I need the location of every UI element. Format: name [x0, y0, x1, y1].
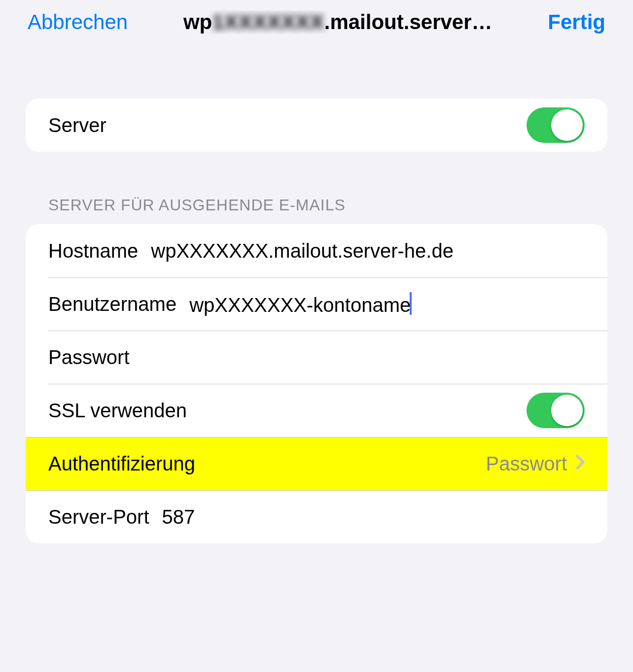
ssl-row: SSL verwenden	[26, 384, 607, 437]
username-row: Benutzername wpXXXXXXX-kontoname	[26, 277, 607, 331]
server-group: Server	[26, 99, 607, 152]
nav-title-blurred: 1XXXXXXX	[212, 10, 324, 34]
password-row: Passwort	[26, 331, 607, 384]
port-row: Server-Port	[26, 490, 607, 543]
nav-title-suffix: .mailout.server…	[324, 10, 492, 34]
authentication-value: Passwort	[486, 453, 567, 475]
done-button[interactable]: Fertig	[548, 10, 605, 34]
username-label: Benutzername	[48, 293, 176, 315]
ssl-toggle[interactable]	[527, 393, 585, 428]
chevron-right-icon	[576, 455, 585, 472]
nav-title: wp1XXXXXXX.mailout.server…	[128, 10, 548, 34]
password-input[interactable]	[142, 346, 585, 369]
nav-title-prefix: wp	[183, 10, 212, 34]
authentication-row[interactable]: Authentifizierung Passwort	[26, 437, 607, 490]
outgoing-group: Hostname Benutzername wpXXXXXXX-kontonam…	[26, 224, 607, 543]
hostname-input[interactable]	[151, 240, 585, 262]
server-label: Server	[48, 114, 106, 136]
outgoing-section-header: SERVER FÜR AUSGEHENDE E-MAILS	[26, 152, 607, 224]
password-label: Passwort	[48, 346, 130, 369]
hostname-label: Hostname	[48, 240, 138, 262]
authentication-label: Authentifizierung	[48, 453, 195, 475]
server-row: Server	[26, 99, 607, 152]
ssl-label: SSL verwenden	[48, 400, 187, 422]
hostname-row: Hostname	[26, 224, 607, 277]
server-toggle[interactable]	[527, 107, 585, 143]
username-value-display[interactable]: wpXXXXXXX-kontoname	[189, 292, 585, 316]
cancel-button[interactable]: Abbrechen	[28, 10, 128, 34]
port-input[interactable]	[162, 506, 585, 528]
navbar: Abbrechen wp1XXXXXXX.mailout.server… Fer…	[0, 0, 633, 44]
text-cursor	[410, 292, 412, 315]
port-label: Server-Port	[48, 506, 149, 528]
